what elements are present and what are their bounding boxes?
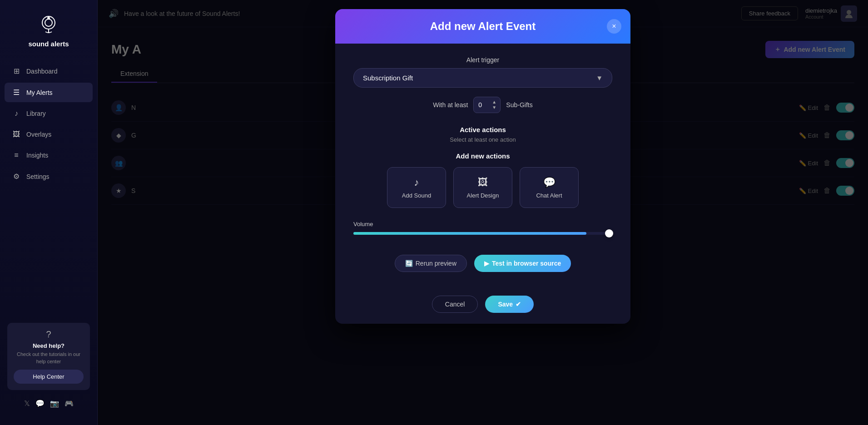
play-icon: ▶ <box>484 260 489 267</box>
modal-title: Add new Alert Event <box>430 20 536 33</box>
discord-icon[interactable]: 💬 <box>35 399 45 408</box>
help-title: Need help? <box>14 342 84 349</box>
number-spinners: ▲ ▼ <box>492 100 496 110</box>
sidebar-item-settings[interactable]: ⚙ Settings <box>5 167 93 186</box>
modal-close-button[interactable]: × <box>607 19 621 34</box>
sidebar-item-my-alerts[interactable]: ☰ My Alerts <box>5 83 93 102</box>
test-browser-source-button[interactable]: ▶ Test in browser source <box>474 255 571 272</box>
image-icon: 🖼 <box>478 177 488 188</box>
sidebar: sound alerts ⊞ Dashboard ☰ My Alerts ♪ L… <box>0 0 98 425</box>
insights-icon: ≡ <box>12 151 21 159</box>
help-icon: ? <box>14 329 84 340</box>
logo-icon <box>37 14 60 36</box>
sub-gifts-label: Sub-Gifts <box>506 101 532 109</box>
select-action-hint: Select at least one action <box>353 136 612 143</box>
modal-body: Alert trigger Subscription Gift ▼ With a… <box>335 44 630 288</box>
sidebar-item-label: My Alerts <box>26 89 53 96</box>
sidebar-item-insights[interactable]: ≡ Insights <box>5 146 93 165</box>
sub-gifts-row: With at least ▲ ▼ Sub-Gifts <box>353 97 612 113</box>
logo-area: sound alerts <box>0 9 97 61</box>
svg-point-1 <box>45 19 52 26</box>
refresh-icon: 🔄 <box>405 260 413 267</box>
twitch-icon[interactable]: 🎮 <box>64 399 74 408</box>
music-note-icon: ♪ <box>414 177 419 188</box>
settings-icon: ⚙ <box>12 172 21 181</box>
volume-slider-track <box>353 232 612 235</box>
twitter-icon[interactable]: 𝕏 <box>24 399 30 408</box>
cancel-button[interactable]: Cancel <box>432 296 478 313</box>
checkmark-icon: ✔ <box>516 301 521 308</box>
modal-actions: 🔄 Rerun preview ▶ Test in browser source <box>353 247 612 276</box>
overlays-icon: 🖼 <box>12 130 21 138</box>
add-alert-event-modal: Add new Alert Event × Alert trigger Subs… <box>335 9 630 324</box>
instagram-icon[interactable]: 📷 <box>50 399 59 408</box>
modal-header: Add new Alert Event × <box>335 9 630 44</box>
sidebar-item-label: Settings <box>26 173 50 180</box>
sidebar-item-label: Overlays <box>26 131 51 138</box>
alert-trigger-label: Alert trigger <box>353 56 612 64</box>
sub-gifts-input[interactable] <box>478 101 492 109</box>
action-cards: ♪ Add Sound 🖼 Alert Design 💬 Chat Alert <box>353 167 612 208</box>
list-icon: ☰ <box>12 88 21 97</box>
help-center-button[interactable]: Help Center <box>14 370 84 384</box>
sidebar-item-dashboard[interactable]: ⊞ Dashboard <box>5 61 93 81</box>
with-at-least-label: With at least <box>433 101 468 109</box>
help-subtitle: Check out the tutorials in our help cent… <box>14 351 84 365</box>
help-box: ? Need help? Check out the tutorials in … <box>7 323 90 390</box>
volume-label: Volume <box>353 221 612 227</box>
modal-footer: Cancel Save ✔ <box>335 288 630 324</box>
chat-alert-card[interactable]: 💬 Chat Alert <box>520 167 579 208</box>
sidebar-item-overlays[interactable]: 🖼 Overlays <box>5 125 93 144</box>
nav-items: ⊞ Dashboard ☰ My Alerts ♪ Library 🖼 Over… <box>0 61 97 318</box>
alert-design-label: Alert Design <box>467 192 499 199</box>
sidebar-item-label: Dashboard <box>26 68 58 75</box>
modal-backdrop: Add new Alert Event × Alert trigger Subs… <box>98 0 868 425</box>
rerun-preview-button[interactable]: 🔄 Rerun preview <box>395 255 467 272</box>
chat-alert-label: Chat Alert <box>536 192 562 199</box>
sidebar-item-label: Library <box>26 110 46 117</box>
main-content: 🔊 Have a look at the future of Sound Ale… <box>98 0 868 425</box>
svg-point-3 <box>47 17 50 20</box>
increment-button[interactable]: ▲ <box>492 100 496 104</box>
sub-gifts-number-input[interactable]: ▲ ▼ <box>473 97 501 113</box>
dropdown-value: Subscription Gift <box>363 74 413 82</box>
add-sound-card[interactable]: ♪ Add Sound <box>387 167 446 208</box>
chevron-down-icon: ▼ <box>596 74 603 82</box>
decrement-button[interactable]: ▼ <box>492 105 496 110</box>
add-sound-label: Add Sound <box>402 192 431 199</box>
sidebar-item-label: Insights <box>26 152 48 159</box>
alert-trigger-dropdown[interactable]: Subscription Gift ▼ <box>353 68 612 88</box>
app-name: sound alerts <box>28 40 69 48</box>
active-actions-label: Active actions <box>353 126 612 133</box>
volume-slider-thumb <box>605 229 613 237</box>
alert-design-card[interactable]: 🖼 Alert Design <box>453 167 512 208</box>
chat-icon: 💬 <box>543 177 556 188</box>
volume-section: Volume <box>353 221 612 235</box>
dashboard-icon: ⊞ <box>12 67 21 75</box>
sidebar-item-library[interactable]: ♪ Library <box>5 104 93 123</box>
sidebar-bottom: ? Need help? Check out the tutorials in … <box>0 318 97 416</box>
social-icons: 𝕏 💬 📷 🎮 <box>7 395 90 411</box>
save-button[interactable]: Save ✔ <box>485 296 534 313</box>
music-icon: ♪ <box>12 109 21 118</box>
volume-slider-fill <box>353 232 586 235</box>
add-new-actions-label: Add new actions <box>353 152 612 160</box>
